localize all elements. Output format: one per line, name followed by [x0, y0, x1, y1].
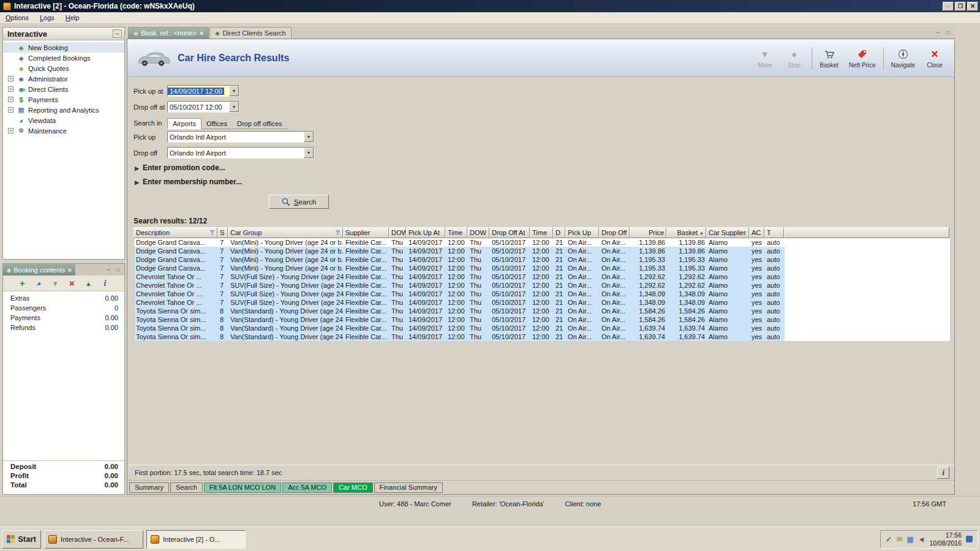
column-header[interactable]: Supplier	[343, 227, 389, 238]
filter-icon[interactable]	[335, 230, 341, 235]
search-in-tab[interactable]: Drop off offices	[232, 119, 287, 129]
dropoff-location-combo[interactable]: Orlando Intl Airport	[167, 147, 314, 159]
membership-number-expander[interactable]: Enter membership number...	[135, 176, 954, 187]
mdi-restore-icon[interactable]	[944, 29, 952, 37]
chevron-down-icon[interactable]	[229, 102, 239, 112]
dropoff-datetime-combo[interactable]: 05/10/2017 12:00	[167, 101, 239, 113]
column-header[interactable]: AC	[749, 227, 764, 238]
taskbar-window-button[interactable]: Interactive [2] - O...	[146, 530, 246, 549]
chevron-down-icon[interactable]	[304, 148, 314, 158]
basket-button[interactable]: Basket	[817, 44, 842, 72]
mail-tray-icon[interactable]	[896, 535, 902, 544]
expand-toggle-icon[interactable]	[8, 97, 13, 102]
sidebar-item[interactable]: Quick Quotes	[3, 63, 124, 73]
result-row[interactable]: Chevrolet Tahoe Or ... 7 SUV(Full Size) …	[134, 281, 950, 290]
result-row[interactable]: Toyota Sienna Or sim... 8 Van(Standard) …	[134, 307, 950, 315]
column-header[interactable]: Basket	[666, 227, 706, 238]
result-row[interactable]: Toyota Sienna Or sim... 8 Van(Standard) …	[134, 332, 950, 341]
pickup-datetime-combo[interactable]: 14/09/2017 12:00	[167, 85, 239, 97]
expand-toggle-icon[interactable]	[8, 86, 13, 92]
column-header[interactable]: Time	[530, 227, 553, 238]
booking-toolbar-icon[interactable]	[100, 279, 110, 288]
bottom-tab[interactable]: Acc 5A MCO	[282, 482, 332, 493]
result-row[interactable]: Chevrolet Tahoe Or ... 7 SUV(Full Size) …	[134, 290, 950, 298]
column-header[interactable]: Car Group	[228, 227, 343, 238]
result-row[interactable]: Dodge Grand Carava... 7 Van(Mini) - Youn…	[134, 238, 950, 247]
booking-toolbar-icon[interactable]	[34, 279, 44, 288]
booking-contents-tab[interactable]: Booking contents	[3, 264, 75, 276]
search-button[interactable]: Search	[269, 195, 329, 209]
network-tray-icon[interactable]	[907, 535, 913, 544]
sidebar-item[interactable]: Administrator	[3, 73, 124, 84]
tab-close-icon[interactable]	[200, 29, 203, 37]
column-header[interactable]: T	[764, 227, 784, 238]
result-row[interactable]: Chevrolet Tahoe Or ... 7 SUV(Full Size) …	[134, 298, 950, 307]
bottom-tab[interactable]: Flt 5A LON MCO LON	[204, 482, 281, 493]
volume-tray-icon[interactable]	[918, 535, 925, 544]
language-tray-icon[interactable]	[966, 536, 973, 542]
sidebar-item[interactable]: Reporting and Analytics	[3, 105, 124, 115]
result-row[interactable]: Dodge Grand Carava... 7 Van(Mini) - Youn…	[134, 247, 950, 255]
column-header[interactable]: S	[217, 227, 228, 238]
booking-toolbar-icon[interactable]	[18, 278, 28, 288]
info-button[interactable]: i	[937, 467, 949, 479]
result-row[interactable]: Toyota Sienna Or sim... 8 Van(Standard) …	[134, 324, 950, 332]
column-header[interactable]: Price	[630, 227, 666, 238]
sidebar-item[interactable]: Payments	[3, 94, 124, 105]
bottom-tab[interactable]: Search	[170, 482, 203, 493]
collapse-icon[interactable]: ─	[113, 29, 122, 38]
chevron-down-icon[interactable]	[304, 132, 314, 142]
promotion-code-expander[interactable]: Enter promotion code...	[135, 162, 954, 173]
maximize-icon[interactable]	[114, 266, 123, 274]
result-row[interactable]: Dodge Grand Carava... 7 Van(Mini) - Youn…	[134, 255, 950, 264]
pickup-location-combo[interactable]: Orlando Intl Airport	[167, 131, 314, 143]
close-icon[interactable]	[967, 2, 978, 11]
column-header[interactable]: Time	[445, 227, 467, 238]
sidebar-item[interactable]: Direct Clients	[3, 84, 124, 94]
expand-toggle-icon[interactable]	[8, 76, 13, 81]
antivirus-tray-icon[interactable]	[886, 535, 892, 544]
mdi-tab[interactable]: Direct Clients Search	[209, 27, 292, 39]
column-header[interactable]: Pick Up At	[406, 227, 445, 238]
column-header[interactable]: Description	[134, 227, 217, 238]
column-header[interactable]: Drop Off At	[489, 227, 530, 238]
bottom-tab[interactable]: Car MCO	[333, 482, 372, 493]
menu-item[interactable]: Options	[0, 13, 34, 23]
start-button[interactable]: Start	[2, 530, 41, 549]
search-in-tab[interactable]: Offices	[202, 119, 232, 129]
expand-toggle-icon[interactable]	[8, 128, 13, 133]
column-header[interactable]: Pick Up	[565, 227, 599, 238]
expand-toggle-icon[interactable]	[8, 107, 13, 113]
column-header[interactable]: DOW	[389, 227, 406, 238]
taskbar-window-button[interactable]: Interactive - Ocean-F...	[44, 530, 143, 549]
close-icon[interactable]	[68, 266, 72, 274]
sidebar-item[interactable]: Maintenance	[3, 126, 124, 136]
more-button[interactable]: More	[753, 44, 777, 72]
booking-toolbar-icon[interactable]	[84, 279, 94, 288]
column-header[interactable]: Car Supplier	[706, 227, 749, 238]
filter-icon[interactable]	[209, 230, 215, 235]
clock[interactable]: 17:56 10/08/2016	[929, 531, 962, 547]
result-row[interactable]: Toyota Sienna Or sim... 8 Van(Standard) …	[134, 315, 950, 324]
mdi-minimize-icon[interactable]	[933, 29, 942, 37]
bottom-tab[interactable]: Summary	[129, 482, 169, 493]
booking-toolbar-icon[interactable]	[51, 279, 61, 288]
column-header[interactable]: D	[553, 227, 565, 238]
minimize-icon[interactable]	[943, 2, 954, 11]
navigate-button[interactable]: Navigate	[889, 44, 918, 72]
menu-item[interactable]: Help	[60, 13, 85, 23]
result-row[interactable]: Chevrolet Tahoe Or ... 7 SUV(Full Size) …	[134, 272, 950, 281]
menu-item[interactable]: Logs	[34, 13, 60, 23]
close-document-button[interactable]: Close	[922, 44, 947, 72]
search-in-tab[interactable]: Airports	[167, 118, 202, 129]
sidebar-item[interactable]: New Booking	[3, 42, 124, 53]
sidebar-item[interactable]: Completed Bookings	[3, 53, 124, 63]
mdi-tab[interactable]: Book. ref.: <none>	[128, 27, 209, 39]
restore-icon[interactable]	[955, 2, 966, 11]
result-row[interactable]: Dodge Grand Carava... 7 Van(Mini) - Youn…	[134, 264, 950, 272]
column-header[interactable]: Drop Off	[599, 227, 630, 238]
bottom-tab[interactable]: Financial Summary	[374, 482, 443, 493]
booking-toolbar-icon[interactable]	[67, 278, 77, 288]
nett-price-button[interactable]: Nett Price	[846, 44, 878, 72]
stop-button[interactable]: Stop	[782, 44, 807, 72]
